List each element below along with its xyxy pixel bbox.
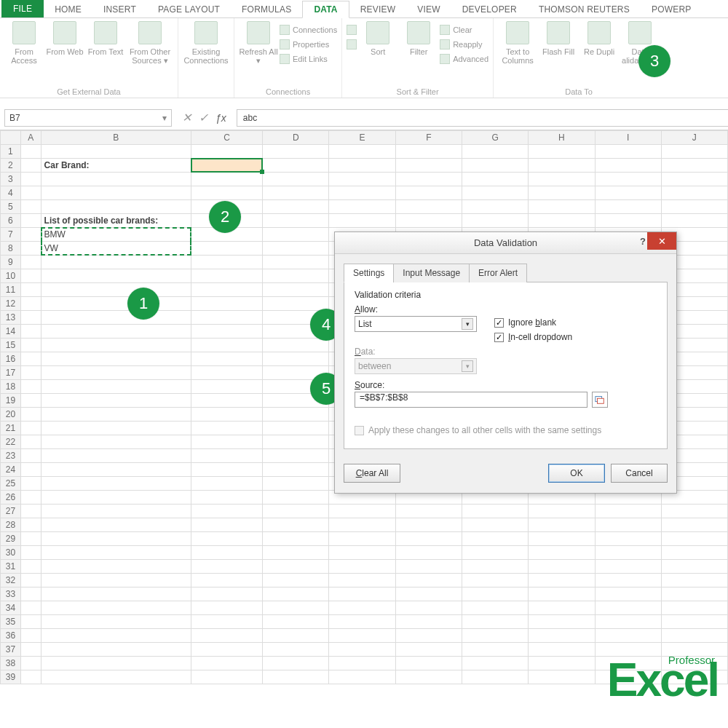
cell-E29[interactable] xyxy=(329,532,395,546)
cell-E39[interactable] xyxy=(329,670,395,684)
cell-H32[interactable] xyxy=(529,574,595,587)
cell-F34[interactable] xyxy=(395,601,462,615)
cell-B35[interactable] xyxy=(41,615,191,629)
cell-B3[interactable] xyxy=(41,173,191,186)
cell-B2[interactable]: Car Brand: xyxy=(41,159,191,173)
cell-I4[interactable] xyxy=(595,186,661,200)
cell-H1[interactable] xyxy=(529,145,595,159)
cell-C22[interactable] xyxy=(191,435,263,449)
cell-B33[interactable] xyxy=(41,587,191,601)
cell-I34[interactable] xyxy=(595,601,661,615)
remove-duplicates-button[interactable]: Re Dupli xyxy=(579,21,619,56)
cell-F3[interactable] xyxy=(395,173,462,186)
cell-F37[interactable] xyxy=(395,643,462,657)
cell-J6[interactable] xyxy=(661,214,727,228)
cell-A14[interactable] xyxy=(20,325,41,339)
cell-J28[interactable] xyxy=(661,518,727,532)
cell-A11[interactable] xyxy=(20,283,41,297)
cell-D22[interactable] xyxy=(263,435,329,449)
cell-D7[interactable] xyxy=(263,228,329,242)
cell-C2[interactable] xyxy=(191,159,263,173)
row-header-29[interactable]: 29 xyxy=(1,532,21,546)
cell-F27[interactable] xyxy=(395,505,462,518)
cell-D3[interactable] xyxy=(263,173,329,186)
cell-G29[interactable] xyxy=(462,532,528,546)
row-header-36[interactable]: 36 xyxy=(1,629,21,643)
cell-C10[interactable] xyxy=(191,269,263,283)
cell-C27[interactable] xyxy=(191,505,263,518)
cell-C3[interactable] xyxy=(191,173,263,186)
cell-E31[interactable] xyxy=(329,560,395,574)
cell-C18[interactable] xyxy=(191,380,263,394)
tab-settings[interactable]: Settings xyxy=(344,264,394,282)
cell-D16[interactable] xyxy=(263,352,329,366)
cell-E6[interactable] xyxy=(329,214,395,228)
cell-G27[interactable] xyxy=(462,505,528,518)
cell-H30[interactable] xyxy=(529,546,595,560)
cell-I1[interactable] xyxy=(595,145,661,159)
cell-H31[interactable] xyxy=(529,560,595,574)
cell-H34[interactable] xyxy=(529,601,595,615)
cell-A4[interactable] xyxy=(20,186,41,200)
cell-E3[interactable] xyxy=(329,173,395,186)
row-header-25[interactable]: 25 xyxy=(1,477,21,491)
cell-B5[interactable] xyxy=(41,200,191,214)
cell-I29[interactable] xyxy=(595,532,661,546)
cell-G39[interactable] xyxy=(462,670,528,684)
cell-H3[interactable] xyxy=(529,173,595,186)
tab-home[interactable]: HOME xyxy=(44,1,92,17)
cell-A31[interactable] xyxy=(20,560,41,574)
cell-B12[interactable] xyxy=(41,297,191,311)
cell-G31[interactable] xyxy=(462,560,528,574)
cell-B30[interactable] xyxy=(41,546,191,560)
cell-C31[interactable] xyxy=(191,560,263,574)
cell-D31[interactable] xyxy=(263,560,329,574)
cell-G35[interactable] xyxy=(462,615,528,629)
row-header-30[interactable]: 30 xyxy=(1,546,21,560)
cell-E36[interactable] xyxy=(329,629,395,643)
cell-D8[interactable] xyxy=(263,242,329,256)
cell-E27[interactable] xyxy=(329,505,395,518)
cell-A24[interactable] xyxy=(20,463,41,477)
row-header-22[interactable]: 22 xyxy=(1,435,21,449)
cell-I5[interactable] xyxy=(595,200,661,214)
dialog-title-bar[interactable]: Data Validation ? ✕ xyxy=(335,232,676,254)
cell-F30[interactable] xyxy=(395,546,462,560)
range-picker-button[interactable] xyxy=(592,392,608,408)
cell-A29[interactable] xyxy=(20,532,41,546)
cell-H28[interactable] xyxy=(529,518,595,532)
tab-data[interactable]: DATA xyxy=(302,1,349,18)
cell-D37[interactable] xyxy=(263,643,329,657)
cell-D24[interactable] xyxy=(263,463,329,477)
sort-desc-button[interactable] xyxy=(347,39,357,50)
cell-D6[interactable] xyxy=(263,214,329,228)
cancel-formula-icon[interactable]: ✕ xyxy=(182,111,191,124)
tab-input-message[interactable]: Input Message xyxy=(393,264,470,282)
sort-button[interactable]: Sort xyxy=(358,21,397,56)
col-header-I[interactable]: I xyxy=(595,131,661,145)
cell-A23[interactable] xyxy=(20,449,41,463)
cell-A6[interactable] xyxy=(20,214,41,228)
col-header-H[interactable]: H xyxy=(529,131,595,145)
cell-F38[interactable] xyxy=(395,657,462,670)
cell-H33[interactable] xyxy=(529,587,595,601)
cell-G6[interactable] xyxy=(462,214,528,228)
chevron-down-icon[interactable]: ▾ xyxy=(162,113,167,123)
cell-A10[interactable] xyxy=(20,269,41,283)
cell-D27[interactable] xyxy=(263,505,329,518)
cell-C37[interactable] xyxy=(191,643,263,657)
cell-E30[interactable] xyxy=(329,546,395,560)
cell-D30[interactable] xyxy=(263,546,329,560)
tab-file[interactable]: FILE xyxy=(1,0,44,17)
clear-all-button[interactable]: Clear All xyxy=(344,464,400,483)
cell-F35[interactable] xyxy=(395,615,462,629)
cell-H5[interactable] xyxy=(529,200,595,214)
cell-B22[interactable] xyxy=(41,435,191,449)
row-header-15[interactable]: 15 xyxy=(1,339,21,352)
cell-J36[interactable] xyxy=(661,629,727,643)
cell-H36[interactable] xyxy=(529,629,595,643)
cell-B15[interactable] xyxy=(41,339,191,352)
row-header-11[interactable]: 11 xyxy=(1,283,21,297)
cell-D35[interactable] xyxy=(263,615,329,629)
col-header-C[interactable]: C xyxy=(191,131,263,145)
